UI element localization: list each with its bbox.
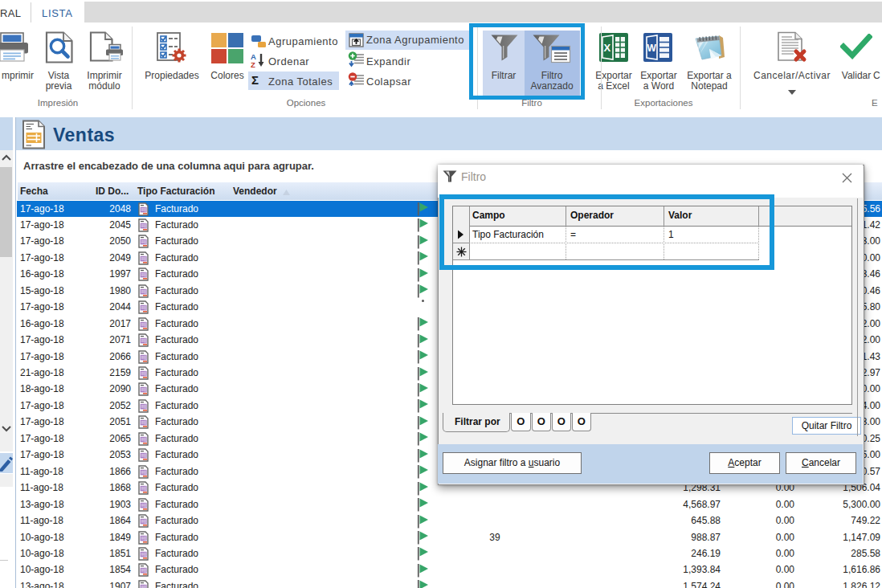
svg-text:Z: Z xyxy=(251,60,255,68)
svg-text:W: W xyxy=(647,43,657,54)
svg-text:X: X xyxy=(604,42,611,54)
